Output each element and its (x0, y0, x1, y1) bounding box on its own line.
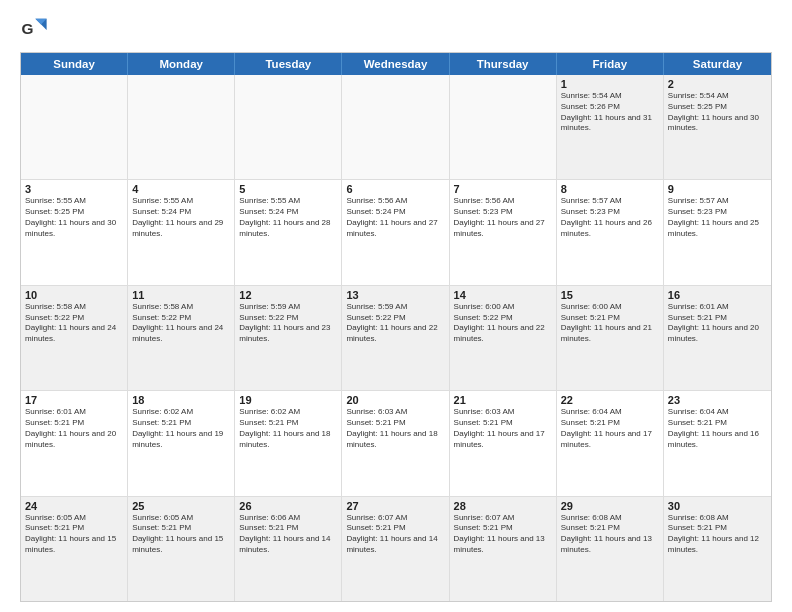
calendar-row-0: 1Sunrise: 5:54 AMSunset: 5:26 PMDaylight… (21, 75, 771, 180)
cal-cell-0-5: 1Sunrise: 5:54 AMSunset: 5:26 PMDaylight… (557, 75, 664, 179)
cell-info: Sunrise: 5:54 AMSunset: 5:25 PMDaylight:… (668, 91, 767, 134)
cell-info: Sunrise: 5:56 AMSunset: 5:23 PMDaylight:… (454, 196, 552, 239)
day-number: 2 (668, 78, 767, 90)
day-number: 29 (561, 500, 659, 512)
day-number: 28 (454, 500, 552, 512)
cell-info: Sunrise: 5:57 AMSunset: 5:23 PMDaylight:… (668, 196, 767, 239)
page: G Sunday Monday Tuesday Wednesday Thursd… (0, 0, 792, 612)
cal-cell-4-1: 25Sunrise: 6:05 AMSunset: 5:21 PMDayligh… (128, 497, 235, 601)
calendar-row-2: 10Sunrise: 5:58 AMSunset: 5:22 PMDayligh… (21, 286, 771, 391)
day-number: 13 (346, 289, 444, 301)
cal-cell-3-5: 22Sunrise: 6:04 AMSunset: 5:21 PMDayligh… (557, 391, 664, 495)
day-number: 21 (454, 394, 552, 406)
cell-info: Sunrise: 6:00 AMSunset: 5:21 PMDaylight:… (561, 302, 659, 345)
day-number: 18 (132, 394, 230, 406)
cal-cell-2-5: 15Sunrise: 6:00 AMSunset: 5:21 PMDayligh… (557, 286, 664, 390)
cell-info: Sunrise: 5:57 AMSunset: 5:23 PMDaylight:… (561, 196, 659, 239)
cal-cell-4-2: 26Sunrise: 6:06 AMSunset: 5:21 PMDayligh… (235, 497, 342, 601)
cal-cell-0-6: 2Sunrise: 5:54 AMSunset: 5:25 PMDaylight… (664, 75, 771, 179)
cal-cell-0-0 (21, 75, 128, 179)
cal-cell-2-6: 16Sunrise: 6:01 AMSunset: 5:21 PMDayligh… (664, 286, 771, 390)
cal-cell-0-4 (450, 75, 557, 179)
cell-info: Sunrise: 6:01 AMSunset: 5:21 PMDaylight:… (25, 407, 123, 450)
cal-cell-3-4: 21Sunrise: 6:03 AMSunset: 5:21 PMDayligh… (450, 391, 557, 495)
cell-info: Sunrise: 6:08 AMSunset: 5:21 PMDaylight:… (668, 513, 767, 556)
cell-info: Sunrise: 6:03 AMSunset: 5:21 PMDaylight:… (454, 407, 552, 450)
cal-cell-4-4: 28Sunrise: 6:07 AMSunset: 5:21 PMDayligh… (450, 497, 557, 601)
cell-info: Sunrise: 6:01 AMSunset: 5:21 PMDaylight:… (668, 302, 767, 345)
cell-info: Sunrise: 5:54 AMSunset: 5:26 PMDaylight:… (561, 91, 659, 134)
calendar-row-4: 24Sunrise: 6:05 AMSunset: 5:21 PMDayligh… (21, 497, 771, 601)
cal-cell-4-5: 29Sunrise: 6:08 AMSunset: 5:21 PMDayligh… (557, 497, 664, 601)
day-number: 1 (561, 78, 659, 90)
day-number: 12 (239, 289, 337, 301)
cell-info: Sunrise: 6:08 AMSunset: 5:21 PMDaylight:… (561, 513, 659, 556)
cell-info: Sunrise: 6:05 AMSunset: 5:21 PMDaylight:… (25, 513, 123, 556)
cal-cell-0-3 (342, 75, 449, 179)
day-number: 19 (239, 394, 337, 406)
cal-cell-1-0: 3Sunrise: 5:55 AMSunset: 5:25 PMDaylight… (21, 180, 128, 284)
day-number: 17 (25, 394, 123, 406)
cal-cell-0-2 (235, 75, 342, 179)
cell-info: Sunrise: 5:58 AMSunset: 5:22 PMDaylight:… (25, 302, 123, 345)
day-number: 10 (25, 289, 123, 301)
day-number: 16 (668, 289, 767, 301)
calendar-row-3: 17Sunrise: 6:01 AMSunset: 5:21 PMDayligh… (21, 391, 771, 496)
cal-cell-2-0: 10Sunrise: 5:58 AMSunset: 5:22 PMDayligh… (21, 286, 128, 390)
day-number: 23 (668, 394, 767, 406)
cal-cell-2-4: 14Sunrise: 6:00 AMSunset: 5:22 PMDayligh… (450, 286, 557, 390)
day-number: 25 (132, 500, 230, 512)
cal-cell-2-3: 13Sunrise: 5:59 AMSunset: 5:22 PMDayligh… (342, 286, 449, 390)
cell-info: Sunrise: 6:03 AMSunset: 5:21 PMDaylight:… (346, 407, 444, 450)
cell-info: Sunrise: 5:56 AMSunset: 5:24 PMDaylight:… (346, 196, 444, 239)
cal-cell-1-5: 8Sunrise: 5:57 AMSunset: 5:23 PMDaylight… (557, 180, 664, 284)
day-number: 20 (346, 394, 444, 406)
cal-cell-3-6: 23Sunrise: 6:04 AMSunset: 5:21 PMDayligh… (664, 391, 771, 495)
cal-cell-4-0: 24Sunrise: 6:05 AMSunset: 5:21 PMDayligh… (21, 497, 128, 601)
cell-info: Sunrise: 6:04 AMSunset: 5:21 PMDaylight:… (668, 407, 767, 450)
day-number: 7 (454, 183, 552, 195)
day-number: 3 (25, 183, 123, 195)
cell-info: Sunrise: 5:58 AMSunset: 5:22 PMDaylight:… (132, 302, 230, 345)
cal-cell-4-3: 27Sunrise: 6:07 AMSunset: 5:21 PMDayligh… (342, 497, 449, 601)
cal-cell-1-4: 7Sunrise: 5:56 AMSunset: 5:23 PMDaylight… (450, 180, 557, 284)
day-number: 9 (668, 183, 767, 195)
svg-text:G: G (21, 20, 33, 37)
cal-cell-1-6: 9Sunrise: 5:57 AMSunset: 5:23 PMDaylight… (664, 180, 771, 284)
cell-info: Sunrise: 6:05 AMSunset: 5:21 PMDaylight:… (132, 513, 230, 556)
logo-icon: G (20, 16, 48, 44)
cal-cell-3-1: 18Sunrise: 6:02 AMSunset: 5:21 PMDayligh… (128, 391, 235, 495)
cell-info: Sunrise: 5:55 AMSunset: 5:25 PMDaylight:… (25, 196, 123, 239)
calendar: Sunday Monday Tuesday Wednesday Thursday… (20, 52, 772, 602)
header: G (20, 16, 772, 44)
day-number: 30 (668, 500, 767, 512)
cell-info: Sunrise: 6:07 AMSunset: 5:21 PMDaylight:… (454, 513, 552, 556)
cell-info: Sunrise: 6:06 AMSunset: 5:21 PMDaylight:… (239, 513, 337, 556)
cell-info: Sunrise: 5:55 AMSunset: 5:24 PMDaylight:… (239, 196, 337, 239)
header-sunday: Sunday (21, 53, 128, 75)
cal-cell-1-1: 4Sunrise: 5:55 AMSunset: 5:24 PMDaylight… (128, 180, 235, 284)
calendar-body: 1Sunrise: 5:54 AMSunset: 5:26 PMDaylight… (21, 75, 771, 601)
day-number: 11 (132, 289, 230, 301)
cell-info: Sunrise: 6:02 AMSunset: 5:21 PMDaylight:… (132, 407, 230, 450)
cell-info: Sunrise: 6:00 AMSunset: 5:22 PMDaylight:… (454, 302, 552, 345)
day-number: 27 (346, 500, 444, 512)
cal-cell-0-1 (128, 75, 235, 179)
day-number: 22 (561, 394, 659, 406)
cal-cell-3-0: 17Sunrise: 6:01 AMSunset: 5:21 PMDayligh… (21, 391, 128, 495)
cal-cell-3-2: 19Sunrise: 6:02 AMSunset: 5:21 PMDayligh… (235, 391, 342, 495)
cell-info: Sunrise: 6:04 AMSunset: 5:21 PMDaylight:… (561, 407, 659, 450)
header-tuesday: Tuesday (235, 53, 342, 75)
calendar-row-1: 3Sunrise: 5:55 AMSunset: 5:25 PMDaylight… (21, 180, 771, 285)
header-thursday: Thursday (450, 53, 557, 75)
day-number: 24 (25, 500, 123, 512)
cell-info: Sunrise: 6:02 AMSunset: 5:21 PMDaylight:… (239, 407, 337, 450)
cell-info: Sunrise: 6:07 AMSunset: 5:21 PMDaylight:… (346, 513, 444, 556)
cal-cell-1-2: 5Sunrise: 5:55 AMSunset: 5:24 PMDaylight… (235, 180, 342, 284)
logo: G (20, 16, 52, 44)
day-number: 5 (239, 183, 337, 195)
day-number: 4 (132, 183, 230, 195)
header-saturday: Saturday (664, 53, 771, 75)
day-number: 15 (561, 289, 659, 301)
header-friday: Friday (557, 53, 664, 75)
